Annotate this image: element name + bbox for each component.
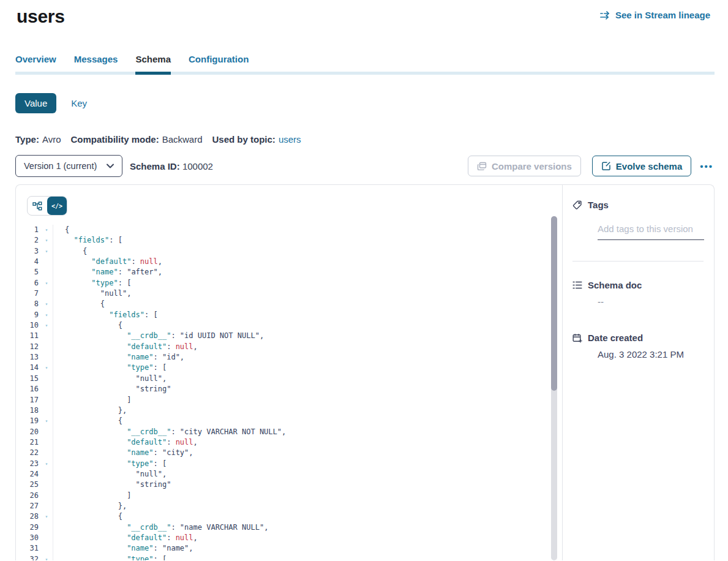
code-line: 26] [16,491,562,501]
line-number: 9 [16,310,39,320]
code-line: 9▾"fields": [ [16,310,562,320]
code-text: { [65,299,562,309]
code-text: ] [65,395,562,405]
type-value: Avro [42,134,61,145]
tab-bar: Overview Messages Schema Configuration [15,54,715,75]
code-text: { [65,246,562,257]
collapse-triangle-icon[interactable]: ▾ [42,310,51,320]
code-text: "name": "city", [65,448,562,458]
schema-meta-row: Type: Avro Compatibility mode: Backward … [15,134,728,145]
compare-versions-label: Compare versions [492,161,572,171]
code-line: 27}, [16,501,562,511]
version-select-value: Version 1 (current) [24,161,97,171]
code-line: 18}, [16,405,562,416]
code-text: "default": null, [65,257,562,267]
tab-configuration[interactable]: Configuration [189,54,249,75]
line-number: 16 [16,384,39,394]
value-button[interactable]: Value [15,93,56,113]
code-text: "__crdb__": "id UUID NOT NULL", [65,331,562,341]
collapse-triangle-icon[interactable]: ▾ [42,299,51,309]
schema-id: Schema ID: 100002 [130,161,213,171]
version-select[interactable]: Version 1 (current) [15,155,122,177]
add-tags-input[interactable] [598,224,704,240]
code-line: 19▾{ [16,416,562,426]
collapse-triangle-icon[interactable]: ▾ [42,235,51,246]
code-line: 5"name": "after", [16,267,562,277]
code-text: "type": [ [65,554,562,560]
tags-heading: Tags [588,200,609,210]
code-text: "name": "id", [65,352,562,363]
used-by-topic-link[interactable]: users [279,134,301,145]
code-line: 6▾"type": [ [16,278,562,288]
tab-overview[interactable]: Overview [15,54,56,75]
line-number: 12 [16,342,39,352]
line-number: 17 [16,395,39,405]
code-editor: 1▾{2▾"fields": [3▾{4"default": null,5"na… [16,225,562,560]
view-mode-toggle: </> [27,196,67,216]
tree-view-icon [32,201,42,211]
code-line: 28▾{ [16,511,562,522]
line-number: 30 [16,533,39,543]
line-number: 29 [16,522,39,533]
code-line: 14▾"type": [ [16,363,562,373]
code-line: 4"default": null, [16,257,562,267]
line-number: 8 [16,299,39,309]
collapse-triangle-icon[interactable]: ▾ [42,320,51,331]
code-view-button[interactable]: </> [47,197,67,215]
more-options-button[interactable]: ••• [699,159,715,174]
compatibility-pair: Compatibility mode: Backward [70,134,202,145]
collapse-triangle-icon[interactable]: ▾ [42,363,51,373]
tab-messages[interactable]: Messages [74,54,118,75]
code-text: "name": "name", [65,543,562,554]
key-button[interactable]: Key [71,98,87,108]
bullet-list-icon [572,280,582,290]
collapse-triangle-icon[interactable]: ▾ [42,511,51,522]
compatibility-value: Backward [162,134,203,145]
stream-lineage-icon [600,11,611,20]
line-number: 27 [16,501,39,511]
used-by-topic-pair: Used by topic: users [212,134,301,145]
line-number: 10 [16,320,39,331]
collapse-triangle-icon[interactable]: ▾ [42,225,51,235]
schema-doc-heading: Schema doc [588,280,642,290]
line-number: 24 [16,469,39,480]
line-number: 3 [16,246,39,257]
collapse-triangle-icon[interactable]: ▾ [42,459,51,469]
vertical-scrollbar[interactable] [551,216,557,560]
schema-doc-value: -- [598,296,704,307]
code-text: "string" [65,480,562,490]
line-number: 18 [16,405,39,416]
collapse-triangle-icon[interactable]: ▾ [42,554,51,560]
code-text: ] [65,491,562,501]
schema-page: users See in Stream lineage Overview Mes… [0,0,728,561]
stream-lineage-link[interactable]: See in Stream lineage [600,10,710,20]
tree-view-button[interactable] [28,197,47,215]
code-text: "name": "after", [65,267,562,277]
code-line: 32▾"type": [ [16,554,562,560]
line-number: 26 [16,491,39,501]
version-actions: Compare versions Evolve schema ••• [468,156,715,176]
collapse-triangle-icon[interactable]: ▾ [42,246,51,257]
line-number: 21 [16,437,39,448]
type-pair: Type: Avro [15,134,61,145]
code-line: 13"name": "id", [16,352,562,363]
code-line: 1▾{ [16,225,562,235]
collapse-triangle-icon[interactable]: ▾ [42,278,51,288]
collapse-triangle-icon[interactable]: ▾ [42,416,51,426]
scrollbar-thumb[interactable] [551,216,557,391]
code-line: 12"default": null, [16,342,562,352]
code-line: 30"default": null, [16,533,562,543]
evolve-schema-button[interactable]: Evolve schema [592,156,691,176]
code-text: "fields": [ [65,235,562,246]
tab-schema[interactable]: Schema [135,54,171,75]
used-by-topic-label: Used by topic: [212,134,276,145]
code-text: }, [65,405,562,416]
version-bar: Version 1 (current) Schema ID: 100002 [15,155,715,177]
page-header: users See in Stream lineage [0,0,728,27]
evolve-schema-label: Evolve schema [616,161,682,171]
code-line: 3▾{ [16,246,562,257]
code-line: 10▾{ [16,320,562,331]
compare-versions-button[interactable]: Compare versions [468,156,581,176]
code-line: 24"null", [16,469,562,480]
code-line: 21"default": null, [16,437,562,448]
